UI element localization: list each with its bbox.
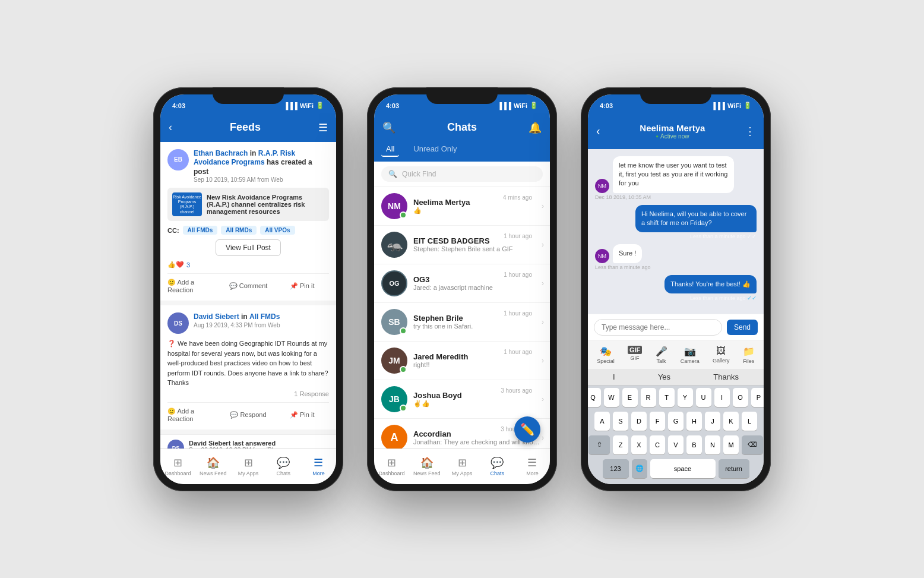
add-reaction-btn-1[interactable]: 🙂 Add a Reaction xyxy=(167,279,221,293)
search-icon-header[interactable]: 🔍 xyxy=(382,121,395,134)
menu-icon-feeds[interactable]: ☰ xyxy=(318,121,328,134)
key-q[interactable]: Q xyxy=(588,388,601,407)
key-i[interactable]: I xyxy=(714,388,730,407)
toolbar-gif[interactable]: GIF GIF xyxy=(628,346,642,364)
key-s[interactable]: S xyxy=(613,412,628,431)
feed-post-1: EB Ethan Bachrach in R.A.P. Risk Avoidan… xyxy=(160,142,336,301)
toolbar-camera[interactable]: 📷 Camera xyxy=(681,346,700,364)
key-f[interactable]: F xyxy=(650,412,665,431)
tab-newsfeed-2[interactable]: 🏠 News Feed xyxy=(409,449,444,484)
tab-myapps-1[interactable]: ⊞ My Apps xyxy=(230,449,265,484)
time-chats: 4:03 xyxy=(386,102,399,109)
avatar-david-sm: DS xyxy=(167,440,184,448)
cc-tag-rmd[interactable]: All RMDs xyxy=(221,226,257,235)
key-e[interactable]: E xyxy=(622,388,638,407)
quick-reply-thanks[interactable]: Thanks xyxy=(713,372,739,381)
battery-icon: 🔋 xyxy=(316,102,324,109)
tab-more-2[interactable]: ☰ More xyxy=(515,449,550,484)
send-button[interactable]: Send xyxy=(727,320,758,335)
pin-btn-1[interactable]: 📌 Pin it xyxy=(275,279,329,293)
key-g[interactable]: G xyxy=(668,412,683,431)
message-input[interactable] xyxy=(594,319,722,336)
key-n[interactable]: N xyxy=(705,435,720,454)
key-b[interactable]: B xyxy=(686,435,702,454)
key-j[interactable]: J xyxy=(705,412,720,431)
post-author-2: David Siebert in All FMDs xyxy=(194,312,329,322)
bell-icon-header[interactable]: 🔔 xyxy=(529,121,542,134)
key-y[interactable]: Y xyxy=(678,388,693,407)
key-z[interactable]: Z xyxy=(613,435,628,454)
toolbar-special[interactable]: 🎭 Special xyxy=(597,346,615,364)
key-x[interactable]: X xyxy=(631,435,647,454)
toolbar-files[interactable]: 📁 Files xyxy=(743,346,755,364)
chats-header: 🔍 Chats 🔔 xyxy=(374,113,550,142)
key-h[interactable]: H xyxy=(686,412,702,431)
tab-newsfeed-1[interactable]: 🏠 News Feed xyxy=(195,449,230,484)
quick-find-bar[interactable]: 🔍 Quick Find xyxy=(381,166,543,182)
chat-item-stephen[interactable]: SB Stephen Brile try this one in Safari.… xyxy=(374,303,550,342)
key-d[interactable]: D xyxy=(631,412,647,431)
chevron-eit: › xyxy=(542,241,544,249)
back-icon-detail[interactable]: ‹ xyxy=(596,124,600,138)
chat-preview-jared: right!! xyxy=(413,361,543,368)
view-full-post-btn[interactable]: View Full Post xyxy=(216,239,281,256)
key-123[interactable]: 123 xyxy=(603,459,629,478)
quick-reply-i[interactable]: I xyxy=(613,372,615,381)
key-u[interactable]: U xyxy=(696,388,711,407)
key-m[interactable]: M xyxy=(723,435,739,454)
msg-avatar-neelima: NM xyxy=(595,179,609,193)
toolbar-label-camera: Camera xyxy=(681,358,700,364)
chat-toolbar: 🎭 Special GIF GIF 🎤 Talk 📷 Camera 🖼 Gall… xyxy=(588,340,764,369)
options-icon-detail[interactable]: ⋮ xyxy=(745,125,755,138)
key-w[interactable]: W xyxy=(604,388,619,407)
tab-chats-2[interactable]: 💬 Chats xyxy=(480,449,515,484)
key-k[interactable]: K xyxy=(723,412,739,431)
cc-tag-fmd[interactable]: All FMDs xyxy=(183,226,218,235)
key-t[interactable]: T xyxy=(659,388,675,407)
key-return[interactable]: return xyxy=(719,459,749,478)
key-p[interactable]: P xyxy=(751,388,764,407)
status-icons-feeds: ▐▐▐ WiFi 🔋 xyxy=(283,102,324,109)
avatar-ethan: EB xyxy=(167,149,189,170)
msg-with-avatar-3: NM Sure ! xyxy=(595,244,642,263)
back-icon-feeds[interactable]: ‹ xyxy=(169,121,172,134)
tab-chats-1[interactable]: 💬 Chats xyxy=(266,449,301,484)
add-reaction-btn-2[interactable]: 🙂 Add a Reaction xyxy=(167,408,221,422)
key-a[interactable]: A xyxy=(594,412,610,431)
tab-myapps-2[interactable]: ⊞ My Apps xyxy=(444,449,479,484)
quick-reply-yes[interactable]: Yes xyxy=(658,372,670,381)
tab-bar-chats: ⊞ Dashboard 🏠 News Feed ⊞ My Apps 💬 Chat… xyxy=(374,448,550,484)
key-space[interactable]: space xyxy=(650,459,716,478)
chat-item-neelima[interactable]: NM Neelima Mertya 👍 4 mins ago › xyxy=(374,187,550,226)
key-r[interactable]: R xyxy=(641,388,656,407)
tab-more-1[interactable]: ☰ More xyxy=(301,449,336,484)
key-emoji[interactable]: 🌐 xyxy=(632,459,647,478)
chat-item-joshua[interactable]: JB Joshua Boyd ✌👍 3 hours ago › xyxy=(374,380,550,419)
toolbar-label-files: Files xyxy=(743,358,754,364)
online-dot-neelima xyxy=(400,211,407,219)
chat-item-jared[interactable]: JM Jared Meredith right!! 1 hour ago › xyxy=(374,342,550,380)
tab-unread[interactable]: Unread Only xyxy=(409,142,461,157)
tab-all[interactable]: All xyxy=(381,142,399,157)
respond-btn-2[interactable]: 💬 Respond xyxy=(221,408,276,422)
key-shift[interactable]: ⇧ xyxy=(588,435,610,454)
tab-dashboard-1[interactable]: ⊞ Dashboard xyxy=(160,449,195,484)
chat-item-og3[interactable]: OG OG3 Jared: a javascript machine 1 hou… xyxy=(374,264,550,303)
pin-btn-2[interactable]: 📌 Pin it xyxy=(275,408,329,422)
key-backspace[interactable]: ⌫ xyxy=(742,435,763,454)
last-answered-text: David Siebert last answered Sep 02 2019,… xyxy=(189,440,285,448)
compose-fab[interactable]: ✏️ xyxy=(514,416,540,443)
key-v[interactable]: V xyxy=(668,435,683,454)
key-c[interactable]: C xyxy=(650,435,665,454)
key-o[interactable]: O xyxy=(733,388,748,407)
chat-item-eit[interactable]: 🦡 EIT CESD BADGERS Stephen: Stephen Bril… xyxy=(374,226,550,264)
toolbar-gallery[interactable]: 🖼 Gallery xyxy=(713,346,730,364)
msg-avatar-neelima-3: NM xyxy=(595,249,609,263)
tab-dashboard-2[interactable]: ⊞ Dashboard xyxy=(374,449,409,484)
feeds-title: Feeds xyxy=(230,121,261,134)
comment-btn-1[interactable]: 💬 Comment xyxy=(221,279,276,293)
chat-time-neelima: 4 mins ago xyxy=(503,194,532,201)
cc-tag-vpo[interactable]: All VPOs xyxy=(260,226,295,235)
key-l[interactable]: L xyxy=(742,412,757,431)
toolbar-talk[interactable]: 🎤 Talk xyxy=(656,346,667,364)
